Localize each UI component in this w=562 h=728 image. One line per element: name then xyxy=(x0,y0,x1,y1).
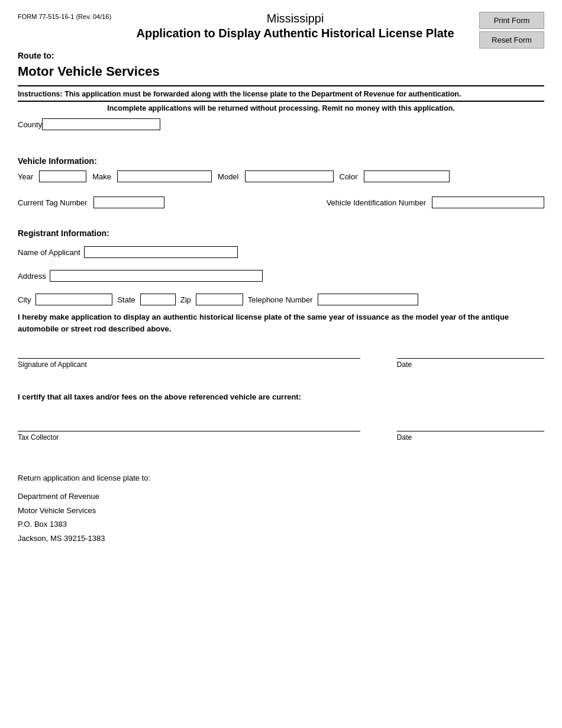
tax-collector-section: Tax Collector Date xyxy=(18,431,544,442)
reset-button[interactable]: Reset Form xyxy=(479,31,544,49)
tag-number-input[interactable] xyxy=(93,197,164,208)
city-label: City xyxy=(18,295,31,304)
make-input[interactable] xyxy=(117,170,212,182)
instructions-text: Instructions: This application must be f… xyxy=(18,90,544,98)
department-label: Motor Vehicle Services xyxy=(18,64,544,79)
county-input[interactable] xyxy=(42,118,160,130)
state-name: Mississippi xyxy=(111,12,479,25)
phone-label: Telephone Number xyxy=(248,295,313,304)
return-label: Return application and license plate to: xyxy=(18,471,544,485)
phone-input[interactable] xyxy=(318,294,418,305)
signature-line: Signature of Applicant xyxy=(18,358,360,369)
year-input[interactable] xyxy=(39,170,86,182)
address-line2: Motor Vehicle Services xyxy=(18,504,544,517)
date-label-2: Date xyxy=(397,433,412,442)
county-label: County xyxy=(18,120,42,129)
vehicle-section-title: Vehicle Information: xyxy=(18,156,544,166)
zip-input[interactable] xyxy=(196,294,243,305)
title-block: Mississippi Application to Display Authe… xyxy=(111,12,479,40)
button-group: Print Form Reset Form xyxy=(479,12,544,49)
applicant-name-input[interactable] xyxy=(84,246,238,258)
year-label: Year xyxy=(18,172,33,181)
color-label: Color xyxy=(340,172,358,181)
form-title: Application to Display Authentic Histori… xyxy=(111,27,479,40)
address-line1: Department of Revenue xyxy=(18,489,544,503)
model-input[interactable] xyxy=(245,170,334,182)
certify-text: I certify that all taxes and/or fees on … xyxy=(18,392,544,401)
form-number: FORM 77-515-16-1 (Rev. 04/16) xyxy=(18,12,111,21)
make-label: Make xyxy=(92,172,111,181)
address-input[interactable] xyxy=(50,270,263,282)
registrant-section-title: Registrant Information: xyxy=(18,228,544,238)
return-section: Return application and license plate to:… xyxy=(18,471,544,545)
zip-label: Zip xyxy=(180,295,191,304)
incomplete-notice: Incomplete applications will be returned… xyxy=(18,104,544,112)
tax-collector-line: Tax Collector xyxy=(18,431,360,442)
date-line-2: Date xyxy=(397,431,544,442)
date-label: Date xyxy=(397,360,412,369)
vin-input[interactable] xyxy=(432,197,544,208)
current-tag-label: Current Tag Number xyxy=(18,198,88,207)
signature-label: Signature of Applicant xyxy=(18,360,87,369)
address-label: Address xyxy=(18,272,46,281)
city-input[interactable] xyxy=(35,294,112,305)
statement-text: I hereby make application to display an … xyxy=(18,311,544,334)
applicant-name-label: Name of Applicant xyxy=(18,248,80,257)
state-input[interactable] xyxy=(140,294,176,305)
signature-section: Signature of Applicant Date xyxy=(18,358,544,369)
print-button[interactable]: Print Form xyxy=(479,12,544,29)
color-input[interactable] xyxy=(364,170,450,182)
address-line4: Jackson, MS 39215-1383 xyxy=(18,531,544,545)
vin-label: Vehicle Identification Number xyxy=(327,198,426,207)
state-label: State xyxy=(117,295,135,304)
model-label: Model xyxy=(218,172,238,181)
address-line3: P.O. Box 1383 xyxy=(18,517,544,531)
tax-collector-label: Tax Collector xyxy=(18,433,59,442)
route-to-label: Route to: xyxy=(18,51,544,60)
date-line: Date xyxy=(397,358,544,369)
